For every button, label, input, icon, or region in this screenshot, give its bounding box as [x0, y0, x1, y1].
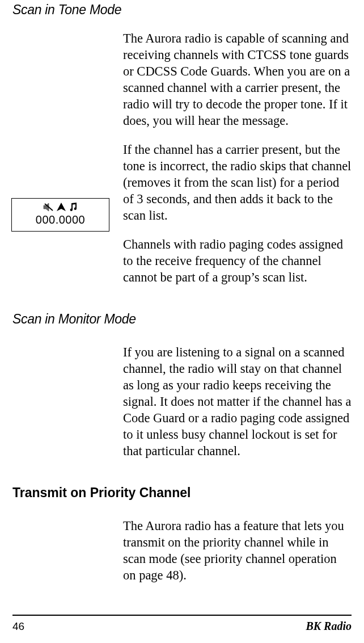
radio-display: 000.0000	[11, 198, 109, 232]
paragraph-tone-3: Channels with radio paging codes assigne…	[123, 236, 352, 285]
display-frequency: 000.0000	[36, 213, 85, 226]
page-number: 46	[12, 620, 24, 633]
footer-brand: BK Radio	[306, 620, 352, 633]
paragraph-tone-2: If the channel has a carrier present, bu…	[123, 141, 352, 224]
display-icon-row	[43, 201, 78, 213]
heading-transmit-priority: Transmit on Priority Channel	[12, 485, 352, 501]
heading-scan-tone-mode: Scan in Tone Mode	[12, 0, 352, 18]
priority-arrow-icon	[56, 202, 66, 212]
paragraph-monitor-1: If you are listening to a signal on a sc…	[123, 344, 352, 459]
paragraph-transmit-1: The Aurora radio has a feature that lets…	[123, 518, 352, 583]
paragraph-tone-1: The Aurora radio is capable of scanning …	[123, 30, 352, 129]
footer-rule	[12, 615, 352, 616]
heading-scan-monitor-mode: Scan in Monitor Mode	[12, 312, 352, 327]
speaker-muted-icon	[43, 202, 54, 212]
music-note-icon	[68, 202, 78, 212]
